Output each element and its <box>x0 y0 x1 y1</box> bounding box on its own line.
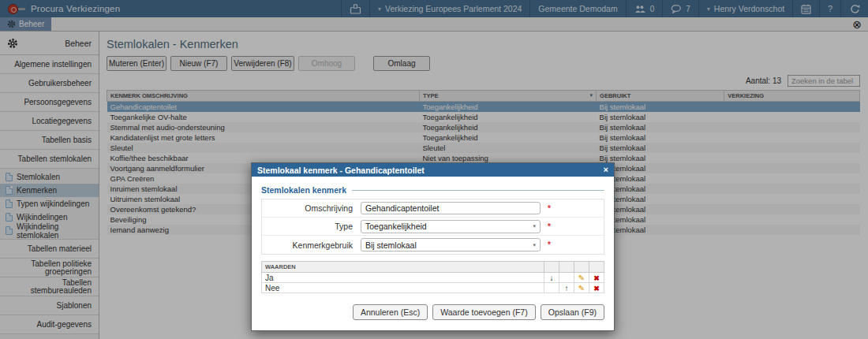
type-label: Type <box>262 222 361 231</box>
annuleren-button[interactable]: Annuleren (Esc) <box>353 304 428 320</box>
waarde-label: Ja <box>262 273 544 283</box>
fieldset-legend: Stemlokalen kenmerk <box>261 185 346 195</box>
delete-icon[interactable]: ✖ <box>593 274 600 282</box>
waarde-toevoegen-button[interactable]: Waarde toevoegen (F7) <box>432 304 536 320</box>
dialog-title-bar: Stemlokaal kenmerk - Gehandicaptentoilet… <box>252 163 614 177</box>
waarde-label: Nee <box>262 283 544 293</box>
kenmerkgebruik-select-value: Bij stemlokaal <box>365 240 417 250</box>
chevron-down-icon: ▾ <box>533 223 536 229</box>
opslaan-button[interactable]: Opslaan (F9) <box>541 304 604 320</box>
type-select[interactable]: Toegankelijkheid ▾ <box>361 220 541 233</box>
type-select-value: Toegankelijkheid <box>365 222 427 231</box>
move-up-icon[interactable]: ↑ <box>565 284 569 292</box>
required-marker: * <box>548 240 551 249</box>
move-down-empty-cell <box>544 283 559 293</box>
delete-icon[interactable]: ✖ <box>593 285 600 292</box>
waarden-column-header: Waarden <box>262 262 544 273</box>
required-marker: * <box>548 204 551 213</box>
waarden-table: Waarden Ja ↓ ✎ ✖ <box>261 261 604 293</box>
fieldset-header: Stemlokalen kenmerk <box>261 185 604 195</box>
dialog-body: Stemlokalen kenmerk Omschrijving * Type … <box>252 177 614 320</box>
waarden-col-down <box>544 262 559 273</box>
edit-icon[interactable]: ✎ <box>578 274 585 282</box>
dialog-buttons: Annuleren (Esc) Waarde toevoegen (F7) Op… <box>261 304 604 320</box>
kenmerkgebruik-label: Kenmerkgebruik <box>262 240 361 250</box>
omschrijving-label: Omschrijving <box>262 203 361 213</box>
waarden-header-row: Waarden <box>262 262 604 273</box>
move-down-icon[interactable]: ↓ <box>550 274 554 282</box>
waarden-col-delete <box>589 262 604 273</box>
required-marker: * <box>548 222 551 231</box>
chevron-down-icon: ▾ <box>533 242 536 248</box>
kenmerkgebruik-select[interactable]: Bij stemlokaal ▾ <box>361 238 541 251</box>
kenmerk-dialog: Stemlokaal kenmerk - Gehandicaptentoilet… <box>251 162 615 331</box>
waarde-row: Ja ↓ ✎ ✖ <box>262 273 604 283</box>
app-window: Procura Verkiezingen ▾ Verkiezing Europe… <box>0 0 868 339</box>
move-up-empty-cell <box>559 273 574 283</box>
waarden-col-edit <box>574 262 589 273</box>
waarden-col-up <box>559 262 574 273</box>
fieldset-rule <box>352 190 604 191</box>
dialog-title: Stemlokaal kenmerk - Gehandicaptentoilet <box>257 166 425 175</box>
kenmerk-form: Omschrijving * Type Toegankelijkheid ▾ *… <box>261 199 604 255</box>
waarde-row: Nee ↑ ✎ ✖ <box>262 283 604 293</box>
form-row-kenmerkgebruik: Kenmerkgebruik Bij stemlokaal ▾ * <box>262 236 604 254</box>
dialog-close-icon[interactable]: × <box>604 166 608 174</box>
edit-icon[interactable]: ✎ <box>578 284 585 292</box>
form-row-omschrijving: Omschrijving * <box>262 199 604 218</box>
omschrijving-input[interactable] <box>361 202 541 214</box>
form-row-type: Type Toegankelijkheid ▾ * <box>262 218 604 236</box>
